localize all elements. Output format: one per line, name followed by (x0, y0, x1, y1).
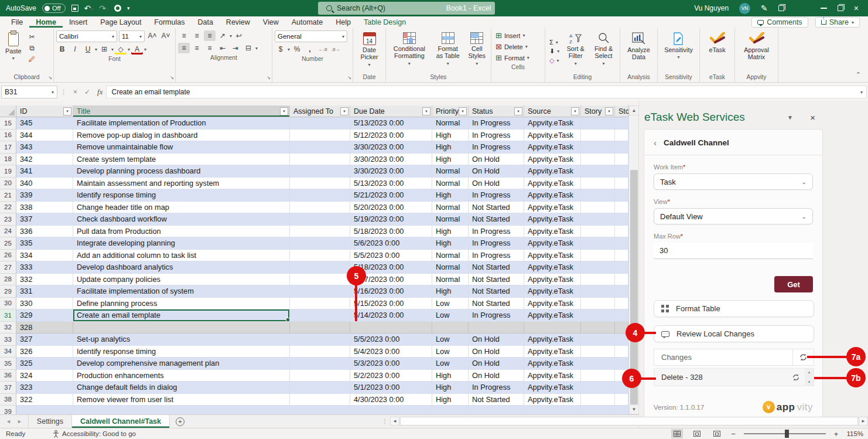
row-header[interactable]: 31 (0, 309, 16, 322)
confirm-entry-icon[interactable]: ✓ (81, 88, 94, 96)
cell[interactable]: High (432, 237, 469, 250)
column-header-id[interactable]: ID▾ (16, 106, 73, 117)
cell[interactable] (469, 322, 524, 334)
cell[interactable] (581, 333, 615, 346)
cell[interactable] (581, 213, 615, 226)
cell[interactable]: Appvity.eTask (524, 117, 581, 130)
close-button[interactable]: × (854, 4, 859, 13)
cell[interactable]: Not Started (469, 298, 524, 310)
cell[interactable]: 338 (16, 202, 73, 214)
cell[interactable]: In Progress (469, 250, 524, 262)
cell[interactable]: 5/5/2023 0:00 (350, 333, 432, 346)
cell[interactable]: 331 (16, 285, 73, 298)
cell[interactable]: Pull data from Production (73, 226, 290, 238)
cell[interactable] (290, 189, 350, 202)
cell[interactable]: 324 (16, 370, 73, 382)
scroll-right-icon[interactable]: ► (859, 417, 868, 426)
cell[interactable] (615, 237, 628, 250)
cell[interactable]: 327 (16, 333, 73, 346)
cell[interactable]: 5/2/2023 0:00 (350, 370, 432, 382)
cell[interactable] (290, 358, 350, 370)
cell[interactable]: Low (432, 298, 469, 310)
cell[interactable]: Normal (432, 117, 469, 130)
ribbon-tab-view[interactable]: View (257, 17, 285, 28)
row-header[interactable]: 38 (0, 394, 16, 406)
cell[interactable]: 5/3/2023 0:00 (350, 358, 432, 370)
cell[interactable] (581, 382, 615, 394)
sort-filter-button[interactable]: AZ Sort & Filter▾ (563, 30, 588, 73)
format-table-button[interactable]: Format Table (654, 300, 814, 317)
align-right-icon[interactable]: ≡ (204, 43, 216, 53)
fill-icon[interactable]: ⬇ ▾ (548, 47, 561, 56)
row-header[interactable]: 35 (0, 358, 16, 370)
cell[interactable]: 345 (16, 117, 73, 130)
ribbon-tab-review[interactable]: Review (220, 17, 257, 28)
cell[interactable] (290, 154, 350, 166)
cell[interactable] (432, 322, 469, 334)
cell[interactable] (581, 165, 615, 178)
cell[interactable] (615, 141, 628, 154)
decrease-font-icon[interactable]: A˅ (160, 30, 172, 41)
cell[interactable]: 333 (16, 261, 73, 274)
cell[interactable] (16, 406, 73, 414)
cell[interactable]: Appvity.eTask (524, 250, 581, 262)
cell[interactable]: 342 (16, 154, 73, 166)
cell[interactable] (524, 322, 581, 334)
cell[interactable] (290, 226, 350, 238)
cell[interactable]: Develop planning process dashboard (73, 165, 290, 178)
cancel-entry-icon[interactable]: × (70, 88, 81, 96)
number-format-combo[interactable]: General▾ (275, 30, 347, 42)
cell[interactable] (615, 130, 628, 142)
cell[interactable]: Normal (432, 202, 469, 214)
cell[interactable]: 339 (16, 189, 73, 202)
cell[interactable]: Set-up analytics (73, 333, 290, 346)
cell[interactable]: Remove viewer from user list (73, 394, 290, 406)
cell[interactable]: 322 (16, 394, 73, 406)
cell[interactable] (581, 370, 615, 382)
copy-icon[interactable]: ⧉ (26, 43, 38, 53)
column-header-stc[interactable]: Stc (615, 106, 628, 117)
number-dialog-launcher-icon[interactable]: ↘ (347, 75, 351, 80)
cell[interactable] (290, 202, 350, 214)
cell[interactable]: Remove unmaintainable flow (73, 141, 290, 154)
cell[interactable]: High (432, 226, 469, 238)
pen-mode-icon[interactable]: ✎ (761, 4, 768, 12)
cell[interactable] (73, 406, 290, 414)
review-local-changes-button[interactable]: ··· Review Local Changes (654, 325, 814, 342)
max-row-input[interactable]: 30 (654, 243, 813, 259)
minimize-button[interactable] (821, 8, 827, 9)
filter-dropdown-icon[interactable]: ▾ (340, 107, 348, 115)
cell[interactable] (581, 346, 615, 358)
delete-cells-button[interactable]: ⊠Delete▾ (494, 42, 542, 52)
cell[interactable]: Check dashboard workflow (73, 213, 290, 226)
cell[interactable]: 326 (16, 346, 73, 358)
cell[interactable]: Maintain assessment and reporting system (73, 178, 290, 190)
cell[interactable] (615, 250, 628, 262)
sheet-tab-settings[interactable]: Settings (29, 415, 72, 428)
scroll-up-icon[interactable]: ▲ (629, 106, 638, 115)
comments-button[interactable]: Comments (751, 17, 808, 28)
sheet-nav-right-icon[interactable]: ► (17, 418, 22, 424)
cell[interactable]: Production enhancements (73, 370, 290, 382)
cell[interactable] (290, 370, 350, 382)
insert-function-icon[interactable]: fx (94, 87, 106, 97)
cell[interactable]: Appvity.eTask (524, 285, 581, 298)
row-header[interactable]: 23 (0, 213, 16, 226)
cell[interactable] (581, 141, 615, 154)
row-header[interactable]: 22 (0, 202, 16, 214)
cell[interactable]: Appvity.eTask (524, 274, 581, 286)
cell[interactable]: On Hold (469, 370, 524, 382)
cell[interactable]: Appvity.eTask (524, 394, 581, 406)
cell[interactable] (581, 237, 615, 250)
cell[interactable] (290, 394, 350, 406)
save-icon[interactable] (71, 5, 78, 12)
cell[interactable] (615, 189, 628, 202)
cell[interactable] (290, 165, 350, 178)
filter-dropdown-icon[interactable]: ▾ (63, 107, 71, 115)
cell[interactable]: Appvity.eTask (524, 202, 581, 214)
cell[interactable] (581, 189, 615, 202)
pane-options-caret-icon[interactable]: ▼ (787, 114, 793, 121)
cell[interactable]: Not Started (469, 394, 524, 406)
sheet-tab-caldwell-channel-task[interactable]: Caldwell Channel#Task (72, 415, 170, 428)
cell[interactable]: 334 (16, 250, 73, 262)
